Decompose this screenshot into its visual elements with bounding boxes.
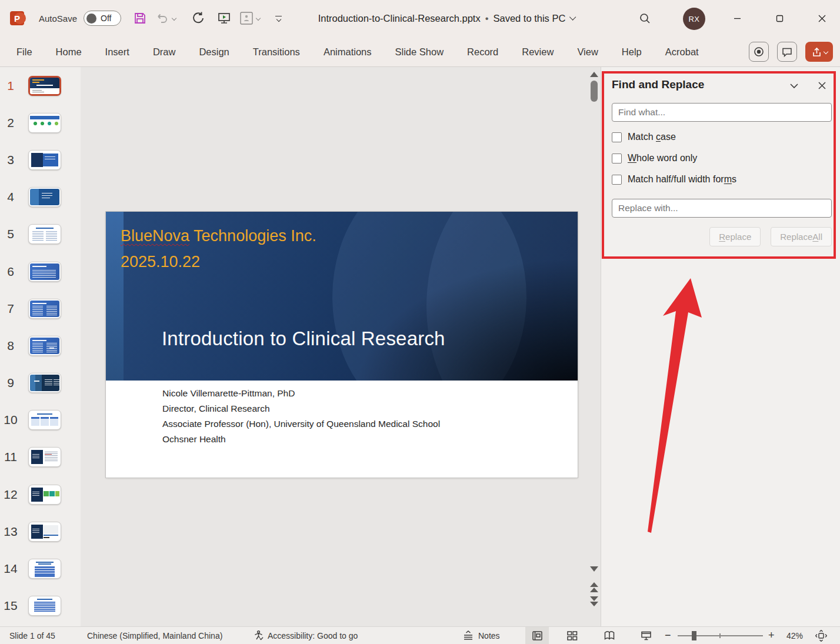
avatar[interactable]: RX [683, 8, 705, 30]
maximize-button[interactable] [766, 0, 793, 36]
document-title[interactable]: Introduction-to-Clinical-Research.pptx •… [318, 0, 575, 36]
notes-toggle-button[interactable]: Notes [462, 627, 500, 644]
slide-thumbnail-image[interactable] [28, 299, 61, 319]
next-slide-button[interactable] [590, 596, 598, 606]
tab-insert[interactable]: Insert [94, 46, 141, 58]
slide-author-block[interactable]: Nicole Villemarette-Pittman, PhD Directo… [162, 386, 440, 447]
replace-with-input[interactable] [612, 199, 832, 218]
normal-view-button[interactable] [525, 627, 549, 644]
zoom-out-button[interactable]: − [665, 627, 671, 644]
undo-dropdown-icon[interactable] [172, 16, 176, 21]
tab-slide-show[interactable]: Slide Show [384, 46, 456, 58]
save-button[interactable] [133, 0, 147, 36]
record-button[interactable] [749, 42, 769, 62]
tab-review[interactable]: Review [510, 46, 565, 58]
slide-thumbnail-image[interactable] [28, 596, 61, 616]
whole-word-checkbox[interactable] [612, 154, 622, 163]
fit-slide-to-window-button[interactable] [815, 627, 828, 644]
slide-thumbnail-image[interactable] [28, 447, 61, 467]
search-icon[interactable] [639, 0, 651, 36]
slide-subtitle-region[interactable]: Nicole Villemarette-Pittman, PhD Directo… [106, 381, 578, 478]
tab-draw[interactable]: Draw [141, 46, 188, 58]
slide-canvas[interactable]: BlueNova Technologies Inc. 2025.10.22 In… [106, 212, 578, 478]
whole-word-checkbox-row[interactable]: Whole word only [612, 153, 697, 163]
slide-thumbnail-11[interactable]: 11 [0, 439, 81, 476]
autosave-toggle[interactable]: Off [84, 11, 121, 26]
tab-record[interactable]: Record [455, 46, 510, 58]
scroll-up-icon[interactable] [590, 72, 598, 77]
editor-scrollbar-thumb[interactable] [591, 81, 598, 102]
half-full-width-checkbox[interactable] [612, 175, 622, 185]
slide-thumbnail-image[interactable] [28, 262, 61, 282]
slide-thumbnail-image[interactable] [28, 336, 61, 356]
slide-thumbnail-6[interactable]: 6 [0, 253, 81, 290]
slide-thumbnail-2[interactable]: 2 [0, 104, 81, 141]
reading-view-button[interactable] [598, 627, 621, 644]
slide-title-text[interactable]: Introduction to Clinical Research [162, 328, 445, 350]
language-status[interactable]: Chinese (Simplified, Mainland China) [87, 627, 222, 644]
start-slideshow-button[interactable] [216, 0, 232, 36]
slide-thumbnail-10[interactable]: 10 [0, 402, 81, 439]
zoom-slider-thumb[interactable] [692, 631, 696, 640]
find-what-input[interactable] [612, 103, 832, 122]
accessibility-status[interactable]: Accessibility: Good to go [253, 627, 358, 644]
slide-thumbnail-12[interactable]: 12 [0, 476, 81, 513]
slide-header-region[interactable]: BlueNova Technologies Inc. 2025.10.22 In… [106, 212, 578, 381]
tab-help[interactable]: Help [610, 46, 654, 58]
slideshow-view-button[interactable] [634, 627, 658, 644]
slide-thumbnail-image[interactable] [28, 410, 61, 430]
slide-thumbnail-image[interactable] [28, 485, 61, 505]
slide-thumbnail-image[interactable] [28, 76, 61, 96]
slide-company-text[interactable]: BlueNova Technologies Inc. [121, 227, 316, 245]
minimize-button[interactable] [724, 0, 751, 36]
tab-transitions[interactable]: Transitions [241, 46, 312, 58]
slide-thumbnail-13[interactable]: 13 [0, 513, 81, 550]
match-case-checkbox-row[interactable]: Match case [612, 132, 676, 142]
zoom-track[interactable] [678, 635, 763, 636]
slide-thumbnail-8[interactable]: 8 [0, 327, 81, 364]
share-button[interactable] [805, 42, 833, 62]
tab-view[interactable]: View [565, 46, 609, 58]
slide-thumbnail-9[interactable]: 9 [0, 365, 81, 402]
previous-slide-button[interactable] [590, 582, 598, 592]
slide-thumbnail-image[interactable] [28, 224, 61, 244]
slide-thumbnail-image[interactable] [28, 187, 61, 207]
match-case-checkbox[interactable] [612, 132, 622, 142]
zoom-slider[interactable] [678, 627, 763, 644]
scroll-down-icon[interactable] [590, 566, 598, 572]
customize-quick-access-toolbar-button[interactable] [275, 0, 282, 36]
style-dropdown-icon[interactable] [256, 16, 261, 21]
redo-button[interactable] [191, 0, 206, 36]
half-full-width-checkbox-row[interactable]: Match half/full width forms [612, 174, 736, 185]
slide-date-text[interactable]: 2025.10.22 [121, 253, 200, 271]
slide-thumbnail-image[interactable] [28, 559, 61, 579]
slide-thumbnail-image[interactable] [28, 522, 61, 542]
comments-button[interactable] [777, 42, 797, 62]
close-button[interactable] [808, 0, 835, 36]
slide-thumbnail-5[interactable]: 5 [0, 216, 81, 253]
slide-thumbnail-7[interactable]: 7 [0, 290, 81, 327]
editor-scrollbar[interactable] [588, 69, 601, 626]
tab-file[interactable]: File [5, 46, 44, 58]
slide-thumbnail-image[interactable] [28, 113, 61, 133]
tab-design[interactable]: Design [187, 46, 241, 58]
slide-thumbnail-1[interactable]: 1 [0, 67, 81, 104]
slide-thumbnail-image[interactable] [28, 150, 61, 170]
powerpoint-logo-icon[interactable]: P [9, 0, 27, 36]
slide-thumbnail-3[interactable]: 3 [0, 141, 81, 178]
tab-animations[interactable]: Animations [312, 46, 384, 58]
tab-acrobat[interactable]: Acrobat [654, 46, 711, 58]
collapse-panel-icon[interactable] [789, 81, 799, 91]
replace-all-button[interactable]: Replace All [771, 227, 832, 246]
close-panel-icon[interactable] [818, 81, 826, 90]
slide-thumbnail-image[interactable] [28, 373, 61, 393]
slide-sorter-button[interactable] [560, 627, 584, 644]
replace-button[interactable]: Replace [709, 227, 761, 246]
style-options-button[interactable] [239, 0, 260, 36]
slide-thumbnail-4[interactable]: 4 [0, 179, 81, 216]
undo-button[interactable] [155, 0, 176, 36]
zoom-level[interactable]: 42% [786, 627, 803, 644]
slide-thumbnail-15[interactable]: 15 [0, 588, 81, 625]
tab-home[interactable]: Home [44, 46, 94, 58]
zoom-in-button[interactable]: + [768, 627, 775, 644]
